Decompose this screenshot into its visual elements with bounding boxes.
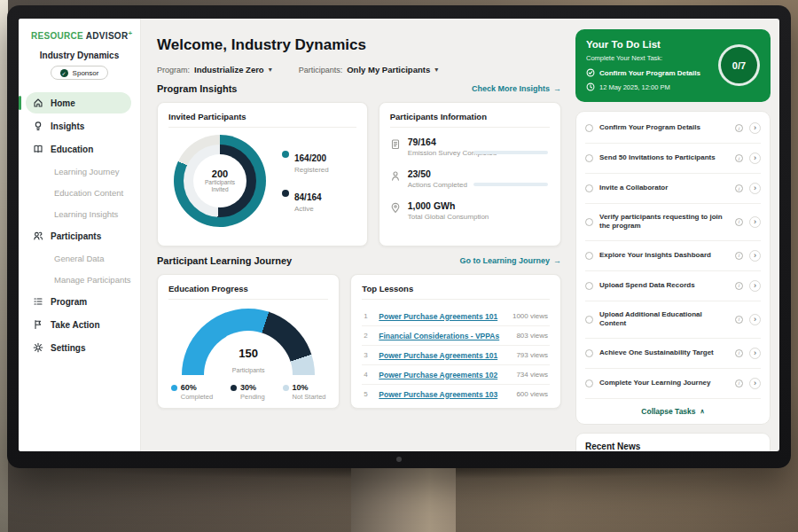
task-checkbox[interactable]	[585, 282, 593, 290]
participants-filter-dropdown[interactable]: Participants: Only My Participants ▾	[299, 65, 439, 74]
sidebar-item-label: Education Content	[54, 188, 123, 198]
chevron-right-icon[interactable]: ›	[749, 250, 761, 262]
collapse-tasks-button[interactable]: Collapse Tasks ∧	[585, 398, 761, 424]
sidebar-item-label: Take Action	[51, 320, 100, 330]
sidebar-item-general-data[interactable]: General Data	[26, 248, 131, 268]
invited-participants-card: Invited Participants 200 Participants In…	[157, 102, 368, 246]
people-icon	[33, 231, 43, 241]
sidebar-item-label: Manage Participants	[54, 275, 131, 285]
card-title: Education Progress	[168, 284, 328, 300]
clipboard-icon	[390, 138, 401, 150]
task-checkbox[interactable]	[585, 184, 593, 192]
task-row[interactable]: Confirm Your Program Details i ›	[585, 113, 761, 143]
chevron-right-icon[interactable]: ›	[749, 183, 761, 194]
lightbulb-icon	[33, 121, 43, 131]
info-icon[interactable]: i	[735, 252, 743, 260]
link-label: Go to Learning Journey	[459, 256, 550, 265]
task-label: Achieve One Sustainability Target	[599, 348, 729, 357]
lesson-row: 5 Power Purchase Agreements 103 600 view…	[362, 384, 550, 403]
sidebar-item-program[interactable]: Program	[26, 291, 131, 312]
lesson-views: 734 views	[516, 371, 548, 379]
monitor-stand	[351, 466, 456, 532]
sidebar-item-learning-insights[interactable]: Learning Insights	[26, 204, 131, 223]
lesson-views: 803 views	[516, 332, 548, 340]
progress-bar	[473, 183, 548, 186]
task-checkbox[interactable]	[585, 218, 593, 226]
task-row[interactable]: Upload Spend Data Records i ›	[585, 270, 761, 301]
sidebar-item-take-action[interactable]: Take Action	[26, 314, 131, 335]
org-name: Industry Dynamics	[19, 51, 140, 60]
task-row[interactable]: Achieve One Sustainability Target i ›	[585, 338, 761, 368]
sidebar-item-home[interactable]: Home	[26, 92, 131, 113]
sidebar-item-insights[interactable]: Insights	[26, 115, 131, 137]
sidebar-item-label: Insights	[51, 121, 84, 131]
sidebar-item-education-content[interactable]: Education Content	[26, 183, 131, 202]
participants-information-card: Participants Information 79/164 Emission…	[379, 102, 561, 246]
task-label: Complete Your Learning Journey	[599, 379, 729, 387]
program-filter-dropdown[interactable]: Program: Industrialize Zero ▾	[157, 65, 272, 74]
lesson-rank: 2	[364, 332, 372, 340]
info-icon[interactable]: i	[735, 124, 743, 132]
learning-journey-section-header: Participant Learning Journey Go to Learn…	[157, 255, 561, 266]
check-more-insights-link[interactable]: Check More Insights →	[472, 84, 561, 93]
gear-icon	[33, 342, 43, 353]
task-row[interactable]: Verify participants requesting to join t…	[585, 203, 761, 240]
sidebar-item-settings[interactable]: Settings	[26, 337, 131, 358]
lesson-link[interactable]: Power Purchase Agreements 101	[379, 312, 505, 321]
task-row[interactable]: Explore Your Insights Dashboard i ›	[585, 240, 761, 270]
task-checkbox[interactable]	[585, 349, 593, 357]
sidebar-item-education[interactable]: Education	[26, 138, 131, 160]
lesson-link[interactable]: Power Purchase Agreements 103	[379, 390, 509, 399]
chevron-right-icon[interactable]: ›	[749, 314, 761, 325]
app-logo: RESOURCE ADVISOR+	[19, 29, 140, 41]
monitor-bezel: RESOURCE ADVISOR+ Industry Dynamics ✓ Sp…	[7, 5, 791, 468]
legend-value: 84/164	[294, 192, 322, 202]
task-row[interactable]: Send 50 Invitations to Participants i ›	[585, 143, 761, 173]
lesson-link[interactable]: Power Purchase Agreements 101	[379, 351, 509, 360]
task-checkbox[interactable]	[585, 379, 593, 387]
info-icon[interactable]: i	[735, 349, 743, 357]
invited-donut-inner-ring: 200 Participants Invited	[184, 145, 256, 217]
sidebar-item-manage-participants[interactable]: Manage Participants	[26, 270, 131, 289]
task-checkbox[interactable]	[585, 316, 593, 324]
info-icon[interactable]: i	[735, 379, 743, 387]
legend-label: Registered	[294, 166, 329, 174]
education-progress-card: Education Progress 150 Participants	[157, 274, 340, 409]
lesson-link[interactable]: Financial Considerations - VPPAs	[379, 332, 509, 340]
task-checkbox[interactable]	[585, 154, 593, 162]
sidebar-item-learning-journey[interactable]: Learning Journey	[26, 161, 131, 181]
info-icon[interactable]: i	[735, 218, 743, 226]
info-icon[interactable]: i	[735, 184, 743, 192]
sidebar-item-label: Settings	[51, 343, 85, 353]
progress-bar	[473, 151, 548, 154]
info-icon[interactable]: i	[735, 154, 743, 162]
chevron-right-icon[interactable]: ›	[749, 122, 761, 134]
chevron-right-icon[interactable]: ›	[749, 348, 761, 359]
info-icon[interactable]: i	[735, 316, 743, 324]
legend-item-registered: 164/200 Registered	[282, 149, 329, 174]
legend-value: 164/200	[294, 153, 326, 163]
link-label: Check More Insights	[472, 84, 550, 93]
lesson-row: 2 Financial Considerations - VPPAs 803 v…	[362, 325, 550, 345]
sidebar-nav: Home Insights Education Learning Journey…	[19, 91, 140, 359]
todo-task-list: Confirm Your Program Details i › Send 50…	[575, 111, 771, 425]
info-icon[interactable]: i	[735, 282, 743, 290]
legend-label: Pending	[240, 393, 265, 401]
stat-value: 1,000 GWh	[408, 200, 489, 211]
go-to-learning-journey-link[interactable]: Go to Learning Journey →	[459, 256, 561, 265]
chevron-right-icon[interactable]: ›	[749, 280, 761, 292]
sidebar-item-participants[interactable]: Participants	[26, 225, 131, 246]
chevron-right-icon[interactable]: ›	[749, 153, 761, 164]
legend-value: 10%	[293, 383, 309, 392]
chevron-right-icon[interactable]: ›	[749, 216, 761, 228]
task-row[interactable]: Upload Additional Educational Content i …	[585, 301, 761, 338]
top-lessons-card: Top Lessons 1 Power Purchase Agreements …	[350, 274, 561, 409]
chevron-right-icon[interactable]: ›	[749, 378, 761, 389]
task-row[interactable]: Complete Your Learning Journey i ›	[585, 368, 761, 398]
task-row[interactable]: Invite a Collaborator i ›	[585, 173, 761, 203]
lesson-views: 793 views	[516, 351, 548, 359]
task-checkbox[interactable]	[585, 252, 593, 260]
task-checkbox[interactable]	[585, 124, 593, 132]
lesson-link[interactable]: Power Purchase Agreements 102	[379, 371, 509, 379]
todo-summary-card: Your To Do List Complete Your Next Task:…	[575, 29, 771, 102]
